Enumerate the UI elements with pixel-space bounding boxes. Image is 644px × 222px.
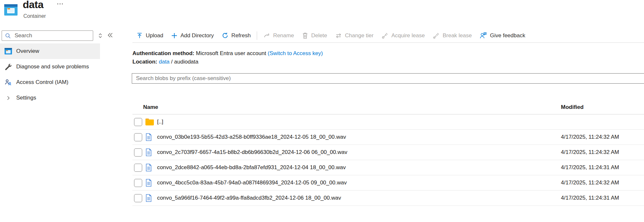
location-label: Location: <box>132 59 157 65</box>
upload-icon <box>136 32 143 39</box>
location-line: Location: data / audiodata <box>132 58 323 66</box>
row-checkbox[interactable] <box>134 118 142 126</box>
toolbar-button-label: Upload <box>146 32 163 39</box>
row-modified-value: 4/17/2025, 11:24:31 AM <box>561 195 644 201</box>
blob-name-link[interactable]: convo_2c703f97-6657-4a15-b8b2-db6b96630b… <box>157 149 561 156</box>
toolbar-button-label: Acquire lease <box>391 32 425 39</box>
switch-access-key-link[interactable]: (Switch to Access key) <box>268 50 323 56</box>
table-row: [..] <box>132 114 644 130</box>
sidebar-item-access-control-iam[interactable]: Access Control (IAM) <box>0 75 100 90</box>
more-icon[interactable] <box>56 3 64 5</box>
refresh-icon <box>222 32 229 39</box>
delete-icon <box>302 32 308 39</box>
table-header-row: Name Modified <box>132 100 644 114</box>
toolbar-button-label: Change tier <box>345 32 374 39</box>
container-icon <box>4 4 18 16</box>
break-lease-button: Break lease <box>429 29 476 42</box>
row-checkbox[interactable] <box>134 194 142 202</box>
location-separator: / <box>171 59 173 65</box>
break-lease-icon <box>433 32 440 39</box>
info-block: Authentication method: Microsoft Entra u… <box>132 49 323 66</box>
auth-method-value: Microsoft Entra user account <box>196 50 266 56</box>
expand-collapse-icon[interactable] <box>98 33 103 39</box>
give-feedback-button[interactable]: Give feedback <box>476 29 529 42</box>
row-modified-value: 4/17/2025, 11:24:32 AM <box>561 180 644 186</box>
rename-button: Rename <box>259 29 298 42</box>
refresh-button[interactable]: Refresh <box>218 29 255 42</box>
blob-table: Name Modified [..]convo_03b0e193-5b55-42… <box>132 100 644 206</box>
sidebar-item-label: Diagnose and solve problems <box>16 64 89 70</box>
sidebar-item-overview[interactable]: Overview <box>0 43 100 59</box>
toolbar-button-label: Refresh <box>231 32 251 39</box>
toolbar: UploadAdd DirectoryRefreshRenameDeleteCh… <box>132 29 644 43</box>
upload-button[interactable]: Upload <box>132 29 167 42</box>
parent-directory-link[interactable]: [..] <box>157 119 561 125</box>
sidebar-item-diagnose-and-solve-problems[interactable]: Diagnose and solve problems <box>0 59 100 75</box>
rename-icon <box>263 32 270 39</box>
sidebar: OverviewDiagnose and solve problemsAcces… <box>0 43 100 106</box>
sidebar-item-settings[interactable]: Settings <box>0 90 100 106</box>
file-icon <box>145 179 154 187</box>
folder-icon <box>145 119 154 125</box>
sidebar-item-label: Overview <box>16 48 39 54</box>
row-modified-value: 4/17/2025, 11:24:32 AM <box>561 149 644 156</box>
sidebar-item-label: Settings <box>16 95 36 101</box>
table-row: convo_2c703f97-6657-4a15-b8b2-db6b96630b… <box>132 145 644 160</box>
acquire-lease-button: Acquire lease <box>378 29 429 42</box>
chevron-right-icon <box>4 96 12 100</box>
table-row: convo_4bcc5c0a-83aa-45b7-94a0-a087f48693… <box>132 175 644 191</box>
toolbar-button-label: Break lease <box>443 32 472 39</box>
file-icon <box>145 133 154 141</box>
file-icon <box>145 194 154 202</box>
search-icon <box>5 33 11 39</box>
row-modified-value: 4/17/2025, 11:24:32 AM <box>561 134 644 140</box>
toolbar-button-label: Rename <box>273 32 294 39</box>
location-container-link[interactable]: data <box>159 59 169 65</box>
table-body: [..]convo_03b0e193-5b55-42d3-a258-b0ff93… <box>132 114 644 206</box>
feedback-icon <box>479 32 487 39</box>
collapse-menu-icon[interactable] <box>107 32 113 38</box>
resource-type-label: Container <box>23 13 46 19</box>
table-row: convo_5a966f16-7464-49f2-a99a-ffa8adcd3f… <box>132 191 644 206</box>
blob-name-link[interactable]: convo_2dce8842-a065-44eb-bd8a-2bfa87efd9… <box>157 164 561 171</box>
add-directory-button[interactable]: Add Directory <box>167 29 218 42</box>
change-tier-icon <box>335 32 342 39</box>
table-row: convo_2dce8842-a065-44eb-bd8a-2bfa87efd9… <box>132 160 644 175</box>
table-row: convo_03b0e193-5b55-42d3-a258-b0ff9336ae… <box>132 130 644 145</box>
blob-name-link[interactable]: convo_03b0e193-5b55-42d3-a258-b0ff9336ae… <box>157 134 561 140</box>
plus-icon <box>171 32 178 39</box>
row-modified-value: 4/17/2025, 11:24:31 AM <box>561 164 644 171</box>
column-header-name[interactable]: Name <box>132 104 561 111</box>
row-checkbox[interactable] <box>134 179 142 187</box>
sidebar-item-label: Access Control (IAM) <box>16 79 68 86</box>
acquire-lease-icon <box>381 32 389 39</box>
page-title: data <box>23 0 43 11</box>
row-checkbox[interactable] <box>134 164 142 172</box>
row-checkbox[interactable] <box>134 148 142 157</box>
toolbar-divider <box>257 31 257 40</box>
blob-name-link[interactable]: convo_4bcc5c0a-83aa-45b7-94a0-a087f48693… <box>157 180 561 186</box>
authentication-method-line: Authentication method: Microsoft Entra u… <box>132 49 323 58</box>
change-tier-button: Change tier <box>331 29 378 42</box>
file-icon <box>145 164 154 171</box>
blob-prefix-search-input[interactable] <box>132 73 644 84</box>
sidebar-search-input[interactable] <box>14 32 90 39</box>
column-header-modified[interactable]: Modified <box>561 104 644 111</box>
toolbar-button-label: Add Directory <box>180 32 214 39</box>
wrench-icon <box>4 63 12 70</box>
container-small-icon <box>4 48 12 54</box>
delete-button: Delete <box>298 29 331 42</box>
auth-method-label: Authentication method: <box>132 50 194 56</box>
people-icon <box>4 79 12 86</box>
toolbar-button-label: Give feedback <box>490 32 525 39</box>
toolbar-button-label: Delete <box>311 32 327 39</box>
sidebar-search-box[interactable] <box>2 30 93 41</box>
location-current-directory: audiodata <box>174 59 199 65</box>
file-icon <box>145 148 154 156</box>
row-checkbox[interactable] <box>134 133 142 141</box>
blob-name-link[interactable]: convo_5a966f16-7464-49f2-a99a-ffa8adcd3f… <box>157 195 561 201</box>
